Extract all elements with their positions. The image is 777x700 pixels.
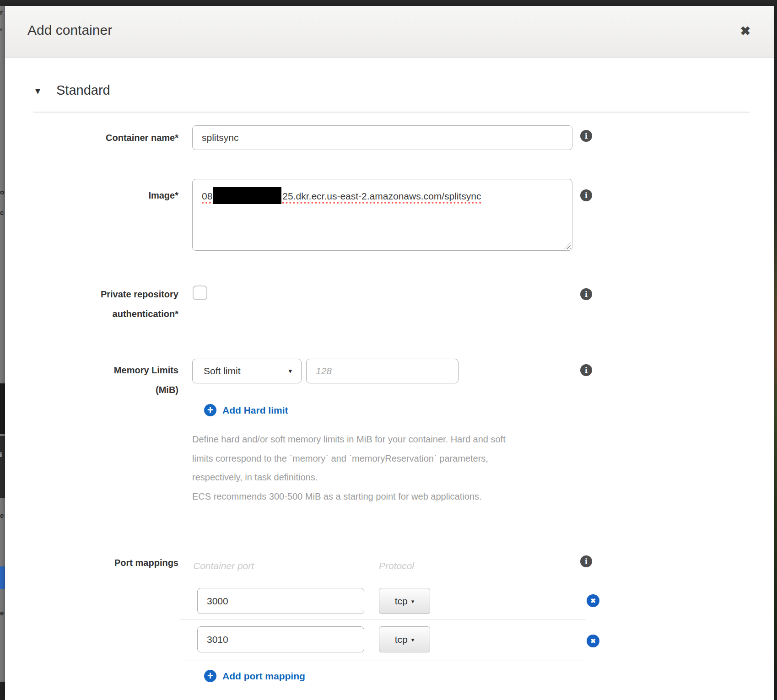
memory-limit-type-value: Soft limit [204,366,241,376]
background-text-fragment: o [0,188,5,196]
image-value-prefix: 08 [202,191,212,201]
section-title-standard[interactable]: Standard [56,83,110,98]
add-hard-limit-label: Add Hard limit [222,405,288,416]
container-port-input[interactable] [197,588,364,614]
close-icon[interactable]: ✖ [740,25,750,38]
screen: r ‹ o c i e e Add container ✖ ▾ Standard… [0,0,777,700]
background-page-right-sliver [774,0,777,700]
background-text-fragment: ‹ [0,25,5,33]
info-icon[interactable]: i [580,555,592,567]
modal-body: ▾ Standard Container name* i Image* 0825… [5,59,774,700]
memory-limit-type-select[interactable]: Soft limit ▾ [192,359,302,383]
memory-limits-label-line2: (MiB) [5,380,178,400]
protocol-select[interactable]: tcp▾ [379,588,430,614]
column-header-container-port: Container port [193,560,254,571]
row-divider [180,661,586,661]
protocol-value: tcp [395,596,408,606]
private-repository-checkbox[interactable] [193,285,207,300]
add-port-mapping-label: Add port mapping [222,671,305,682]
background-page-top-sliver [0,0,777,6]
background-text-fragment: e [0,512,5,519]
container-port-input[interactable] [197,626,364,652]
plus-icon: + [204,670,216,682]
background-text-fragment: c [0,209,5,216]
container-name-label: Container name* [5,128,178,148]
add-port-mapping-button[interactable]: + Add port mapping [204,670,305,682]
modal-title: Add container [27,22,112,38]
private-repository-label-line1: Private repository [5,285,178,304]
chevron-down-icon: ▾ [411,636,415,643]
help-line: ECS recommends 300-500 MiB as a starting… [192,487,506,506]
plus-icon: + [204,404,216,416]
help-line: respectively, in task definitions. [192,468,506,487]
section-divider [33,112,750,113]
info-icon[interactable]: i [580,189,592,201]
private-repository-label-line2: authentication* [5,304,178,324]
private-repository-label: Private repository authentication* [5,285,178,324]
memory-limit-value-input[interactable] [306,359,459,383]
background-image-fragment [0,436,5,498]
remove-port-mapping-icon[interactable]: ✖ [587,635,599,647]
protocol-select[interactable]: tcp▾ [379,626,430,652]
help-line: limits correspond to the `memory` and `m… [192,449,506,468]
protocol-value: tcp [395,634,408,645]
row-divider [180,619,586,620]
chevron-down-icon: ▾ [411,598,415,605]
image-value: 0825.dkr.ecr.us-east-2.amazonaws.com/spl… [202,191,481,204]
info-icon[interactable]: i [580,130,592,142]
section-collapse-caret-icon[interactable]: ▾ [35,85,40,97]
memory-limits-label-line1: Memory Limits [5,361,178,380]
port-mappings-label: Port mappings [5,553,178,573]
modal-header: Add container ✖ [5,6,774,58]
remove-port-mapping-icon[interactable]: ✖ [587,594,599,607]
image-label: Image* [5,186,178,205]
background-text-fragment: i [0,451,5,458]
chevron-down-icon: ▾ [288,359,292,383]
background-page-left-sliver: r ‹ o c i e e [0,6,5,700]
redaction-box [213,187,281,204]
background-button-fragment [0,566,5,589]
background-text-fragment: r [0,8,5,16]
background-image-fragment [0,682,5,700]
add-container-modal: Add container ✖ ▾ Standard Container nam… [5,6,774,700]
add-hard-limit-button[interactable]: + Add Hard limit [204,404,288,416]
memory-limits-help-text: Define hard and/or soft memory limits in… [192,430,506,506]
memory-limits-label: Memory Limits (MiB) [5,361,178,400]
container-name-input[interactable] [192,125,572,150]
background-image-fragment [0,383,5,434]
column-header-protocol: Protocol [379,560,414,571]
image-value-suffix: 25.dkr.ecr.us-east-2.amazonaws.com/split… [282,191,481,201]
textarea-resize-handle[interactable] [564,242,571,249]
image-field[interactable]: 0825.dkr.ecr.us-east-2.amazonaws.com/spl… [192,179,572,251]
info-icon[interactable]: i [580,364,592,376]
info-icon[interactable]: i [580,288,592,300]
help-line: Define hard and/or soft memory limits in… [192,430,506,449]
background-text-fragment: e [0,609,5,617]
